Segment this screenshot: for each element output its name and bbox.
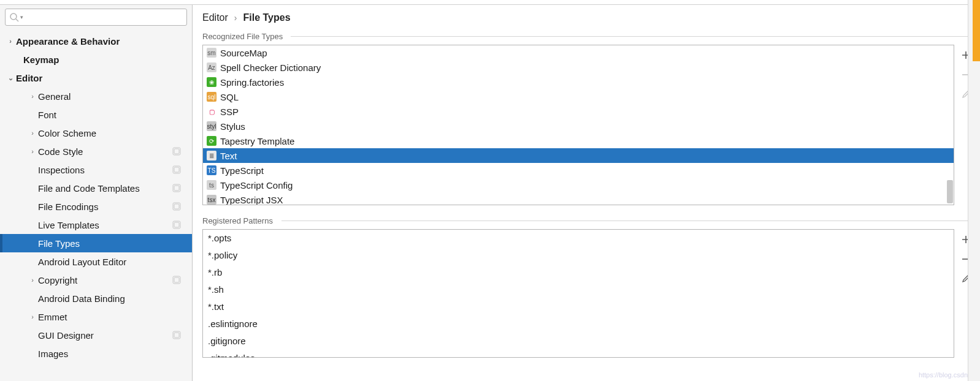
scope-overlay-icon bbox=[172, 165, 181, 174]
file-type-label: Tapestry Template bbox=[220, 136, 294, 146]
svg-line-1 bbox=[16, 19, 18, 21]
file-type-icon: ⟳ bbox=[207, 136, 216, 146]
pattern-row[interactable]: .gitignore bbox=[203, 333, 954, 350]
sidebar-item-gui-designer[interactable]: GUI Designer bbox=[0, 326, 192, 344]
file-type-row[interactable]: ❀Spring.factories bbox=[203, 75, 954, 89]
file-type-row[interactable]: ⟳Tapestry Template bbox=[203, 134, 954, 148]
file-type-label: TypeScript Config bbox=[220, 180, 293, 190]
scope-overlay-icon bbox=[172, 147, 181, 156]
sidebar-item-file-encodings[interactable]: File Encodings bbox=[0, 197, 192, 216]
sidebar-item-label: Emmet bbox=[38, 312, 67, 322]
sidebar-item-label: General bbox=[38, 91, 71, 102]
sidebar-item-label: Live Templates bbox=[38, 220, 99, 230]
file-type-icon: ❀ bbox=[207, 77, 216, 87]
file-type-label: TypeScript bbox=[220, 165, 264, 176]
scrollbar-thumb[interactable] bbox=[947, 180, 953, 203]
svg-rect-9 bbox=[174, 204, 179, 209]
file-type-label: Text bbox=[220, 151, 237, 161]
scroll-marker bbox=[973, 0, 980, 61]
file-type-label: SSP bbox=[220, 107, 239, 117]
pattern-row[interactable]: *.policy bbox=[203, 247, 954, 264]
sidebar-item-label: File and Code Templates bbox=[38, 183, 140, 194]
sidebar-item-label: Keymap bbox=[23, 55, 59, 65]
sidebar-item-label: Code Style bbox=[38, 146, 83, 157]
content-area: Editor › File Types Recognized File Type… bbox=[193, 5, 980, 381]
search-icon bbox=[9, 12, 19, 22]
file-type-row[interactable]: smSourceMap bbox=[203, 45, 954, 60]
sidebar-item-font[interactable]: Font bbox=[0, 105, 192, 124]
sidebar-item-label: File Encodings bbox=[38, 202, 98, 212]
recognized-panel: smSourceMapAzSpell Checker Dictionary❀Sp… bbox=[193, 41, 980, 205]
file-types-list[interactable]: smSourceMapAzSpell Checker Dictionary❀Sp… bbox=[202, 45, 954, 205]
file-type-label: SourceMap bbox=[220, 48, 267, 58]
main-layout: ▾ ›Appearance & BehaviorKeymap⌄Editor›Ge… bbox=[0, 5, 980, 381]
file-type-row[interactable]: ≣Text bbox=[203, 148, 954, 163]
sidebar-item-color-scheme[interactable]: ›Color Scheme bbox=[0, 124, 192, 142]
file-type-row[interactable]: sqlSQL bbox=[203, 89, 954, 104]
sidebar-item-android-layout-editor[interactable]: Android Layout Editor bbox=[0, 252, 192, 271]
sidebar-item-general[interactable]: ›General bbox=[0, 87, 192, 105]
sidebar-item-label: Android Data Binding bbox=[38, 293, 125, 304]
file-type-row[interactable]: stylStylus bbox=[203, 119, 954, 134]
patterns-list[interactable]: *.opts*.policy*.rb*.sh*.txt.eslintignore… bbox=[202, 229, 954, 358]
sidebar-item-code-style[interactable]: ›Code Style bbox=[0, 142, 192, 160]
sidebar-item-emmet[interactable]: ›Emmet bbox=[0, 307, 192, 326]
sidebar-item-label: Editor bbox=[16, 73, 42, 83]
file-type-row[interactable]: TSTypeScript bbox=[203, 163, 954, 178]
sidebar-item-images[interactable]: Images bbox=[0, 344, 192, 363]
scope-overlay-icon bbox=[172, 202, 181, 211]
file-type-row[interactable]: AzSpell Checker Dictionary bbox=[203, 60, 954, 75]
pattern-row[interactable]: *.sh bbox=[203, 281, 954, 298]
sidebar-item-keymap[interactable]: Keymap bbox=[0, 50, 192, 69]
svg-rect-11 bbox=[174, 222, 179, 227]
sidebar-item-live-templates[interactable]: Live Templates bbox=[0, 216, 192, 234]
sidebar-item-label: Copyright bbox=[38, 275, 77, 285]
file-type-icon: styl bbox=[207, 121, 216, 131]
sidebar-item-copyright[interactable]: ›Copyright bbox=[0, 271, 192, 289]
expander-icon: › bbox=[27, 313, 38, 320]
file-type-label: TypeScript JSX bbox=[220, 195, 283, 205]
file-type-row[interactable]: ▢SSP bbox=[203, 104, 954, 119]
pattern-row[interactable]: *.txt bbox=[203, 298, 954, 315]
svg-rect-13 bbox=[174, 277, 179, 282]
search-wrap: ▾ bbox=[0, 5, 192, 29]
sidebar-item-file-types[interactable]: File Types bbox=[0, 234, 192, 252]
sidebar-item-label: Color Scheme bbox=[38, 128, 96, 138]
file-type-row[interactable]: tsxTypeScript JSX bbox=[203, 192, 954, 205]
pattern-row[interactable]: .gitmodules bbox=[203, 350, 954, 358]
file-type-label: Stylus bbox=[220, 121, 245, 132]
sidebar-item-label: Images bbox=[38, 349, 68, 359]
sidebar-item-label: Inspections bbox=[38, 165, 85, 175]
breadcrumb-root[interactable]: Editor bbox=[202, 12, 228, 23]
scope-overlay-icon bbox=[172, 221, 181, 229]
search-input[interactable] bbox=[23, 13, 183, 22]
sidebar-item-editor[interactable]: ⌄Editor bbox=[0, 69, 192, 87]
file-type-label: Spell Checker Dictionary bbox=[220, 62, 321, 73]
section-title-recognized: Recognized File Types bbox=[193, 29, 980, 41]
pattern-row[interactable]: *.opts bbox=[203, 230, 954, 247]
breadcrumb-current: File Types bbox=[243, 12, 290, 23]
expander-icon: ⌄ bbox=[5, 74, 16, 82]
sidebar-item-label: File Types bbox=[38, 238, 80, 249]
settings-sidebar: ▾ ›Appearance & BehaviorKeymap⌄Editor›Ge… bbox=[0, 5, 193, 381]
sidebar-item-file-and-code-templates[interactable]: File and Code Templates bbox=[0, 179, 192, 197]
sidebar-item-label: Font bbox=[38, 110, 56, 120]
file-type-icon: ▢ bbox=[207, 107, 216, 116]
pattern-row[interactable]: *.rb bbox=[203, 264, 954, 281]
sidebar-item-android-data-binding[interactable]: Android Data Binding bbox=[0, 289, 192, 307]
pattern-row[interactable]: .eslintignore bbox=[203, 315, 954, 333]
svg-rect-5 bbox=[174, 167, 179, 172]
file-type-icon: tsx bbox=[207, 195, 216, 205]
file-type-row[interactable]: tsTypeScript Config bbox=[203, 178, 954, 192]
svg-rect-15 bbox=[174, 333, 179, 338]
file-type-icon: ts bbox=[207, 180, 216, 190]
sidebar-item-label: Appearance & Behavior bbox=[16, 36, 120, 47]
sidebar-item-inspections[interactable]: Inspections bbox=[0, 160, 192, 179]
file-type-icon: TS bbox=[207, 165, 216, 175]
search-box[interactable]: ▾ bbox=[5, 9, 187, 26]
svg-rect-7 bbox=[174, 186, 179, 190]
file-type-icon: ≣ bbox=[207, 151, 216, 160]
scope-overlay-icon bbox=[172, 331, 181, 339]
scope-overlay-icon bbox=[172, 184, 181, 192]
sidebar-item-appearance-behavior[interactable]: ›Appearance & Behavior bbox=[0, 32, 192, 50]
